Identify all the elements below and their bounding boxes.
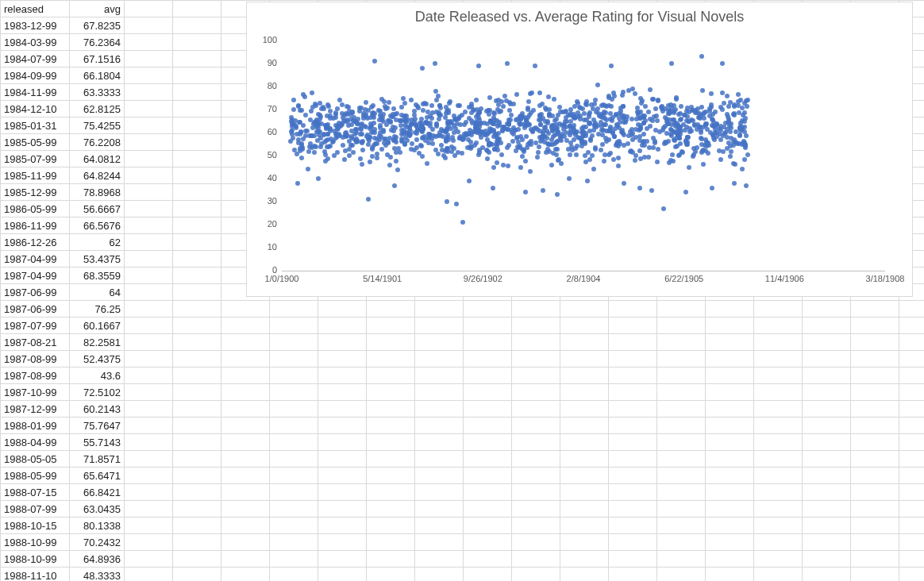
empty-cell[interactable]	[560, 518, 609, 534]
empty-cell[interactable]	[706, 301, 754, 317]
empty-cell[interactable]	[221, 401, 270, 417]
cell-avg[interactable]: 64	[70, 284, 125, 301]
empty-cell[interactable]	[609, 384, 657, 401]
empty-cell[interactable]	[657, 501, 706, 518]
table-row[interactable]: 1987-08-9943.6	[1, 367, 925, 384]
cell-released[interactable]: 1987-06-99	[1, 301, 70, 317]
empty-cell[interactable]	[173, 384, 221, 401]
empty-cell[interactable]	[415, 501, 464, 518]
empty-cell[interactable]	[415, 518, 464, 534]
empty-cell[interactable]	[464, 401, 512, 417]
empty-cell[interactable]	[367, 317, 415, 334]
empty-cell[interactable]	[318, 568, 367, 582]
empty-cell[interactable]	[221, 334, 270, 351]
empty-cell[interactable]	[803, 301, 851, 317]
empty-cell[interactable]	[512, 551, 560, 568]
empty-cell[interactable]	[318, 484, 367, 501]
empty-cell[interactable]	[899, 384, 925, 401]
empty-cell[interactable]	[125, 417, 173, 434]
empty-cell[interactable]	[464, 417, 512, 434]
empty-cell[interactable]	[609, 534, 657, 551]
empty-cell[interactable]	[899, 417, 925, 434]
cell-avg[interactable]: 66.1804	[70, 67, 125, 84]
empty-cell[interactable]	[173, 184, 221, 201]
cell-released[interactable]: 1987-08-99	[1, 367, 70, 384]
empty-cell[interactable]	[512, 367, 560, 384]
empty-cell[interactable]	[270, 417, 318, 434]
cell-released[interactable]: 1987-08-21	[1, 334, 70, 351]
empty-cell[interactable]	[609, 484, 657, 501]
empty-cell[interactable]	[173, 551, 221, 568]
empty-cell[interactable]	[609, 367, 657, 384]
empty-cell[interactable]	[173, 484, 221, 501]
empty-cell[interactable]	[754, 334, 803, 351]
empty-cell[interactable]	[270, 384, 318, 401]
empty-cell[interactable]	[706, 317, 754, 334]
empty-cell[interactable]	[125, 17, 173, 34]
empty-cell[interactable]	[803, 518, 851, 534]
empty-cell[interactable]	[560, 484, 609, 501]
empty-cell[interactable]	[367, 501, 415, 518]
empty-cell[interactable]	[899, 317, 925, 334]
empty-cell[interactable]	[657, 451, 706, 467]
empty-cell[interactable]	[706, 417, 754, 434]
cell-avg[interactable]: 64.0812	[70, 151, 125, 167]
empty-cell[interactable]	[803, 484, 851, 501]
empty-cell[interactable]	[851, 484, 899, 501]
empty-cell[interactable]	[609, 401, 657, 417]
empty-cell[interactable]	[754, 451, 803, 467]
empty-cell[interactable]	[754, 534, 803, 551]
empty-cell[interactable]	[318, 417, 367, 434]
empty-cell[interactable]	[173, 201, 221, 217]
cell-released[interactable]: 1984-11-99	[1, 84, 70, 101]
empty-cell[interactable]	[125, 84, 173, 101]
empty-cell[interactable]	[464, 534, 512, 551]
table-row[interactable]: 1988-05-9965.6471	[1, 467, 925, 484]
empty-cell[interactable]	[221, 551, 270, 568]
empty-cell[interactable]	[464, 434, 512, 451]
cell-avg[interactable]: 80.1338	[70, 518, 125, 534]
empty-cell[interactable]	[125, 317, 173, 334]
empty-cell[interactable]	[512, 451, 560, 467]
empty-cell[interactable]	[464, 334, 512, 351]
empty-cell[interactable]	[221, 384, 270, 401]
empty-cell[interactable]	[657, 401, 706, 417]
table-row[interactable]: 1988-11-1048.3333	[1, 568, 925, 582]
empty-cell[interactable]	[173, 151, 221, 167]
empty-cell[interactable]	[512, 568, 560, 582]
empty-cell[interactable]	[125, 34, 173, 51]
cell-released[interactable]: 1988-05-05	[1, 451, 70, 467]
empty-cell[interactable]	[173, 284, 221, 301]
empty-cell[interactable]	[657, 301, 706, 317]
empty-cell[interactable]	[367, 484, 415, 501]
empty-cell[interactable]	[173, 568, 221, 582]
empty-cell[interactable]	[125, 568, 173, 582]
cell-released[interactable]: 1986-11-99	[1, 217, 70, 234]
empty-cell[interactable]	[560, 384, 609, 401]
cell-avg[interactable]: 56.6667	[70, 201, 125, 217]
empty-cell[interactable]	[318, 434, 367, 451]
empty-cell[interactable]	[754, 417, 803, 434]
empty-cell[interactable]	[803, 334, 851, 351]
empty-cell[interactable]	[318, 317, 367, 334]
empty-cell[interactable]	[221, 534, 270, 551]
empty-cell[interactable]	[318, 334, 367, 351]
empty-cell[interactable]	[754, 367, 803, 384]
empty-cell[interactable]	[173, 167, 221, 184]
empty-cell[interactable]	[706, 467, 754, 484]
cell-released[interactable]: 1987-06-99	[1, 284, 70, 301]
cell-avg[interactable]: 63.0435	[70, 501, 125, 518]
empty-cell[interactable]	[899, 551, 925, 568]
table-row[interactable]: 1988-07-9963.0435	[1, 501, 925, 518]
empty-cell[interactable]	[173, 117, 221, 134]
empty-cell[interactable]	[367, 351, 415, 367]
empty-cell[interactable]	[706, 568, 754, 582]
cell-released[interactable]: 1984-12-10	[1, 101, 70, 117]
empty-cell[interactable]	[803, 534, 851, 551]
empty-cell[interactable]	[318, 367, 367, 384]
empty-cell[interactable]	[657, 384, 706, 401]
cell-avg[interactable]: 76.25	[70, 301, 125, 317]
empty-cell[interactable]	[318, 451, 367, 467]
cell-avg[interactable]: 53.4375	[70, 251, 125, 267]
empty-cell[interactable]	[125, 451, 173, 467]
